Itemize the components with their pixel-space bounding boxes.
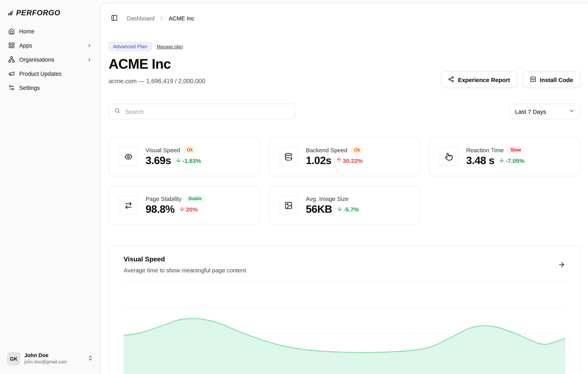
arrow-right-icon: [558, 264, 565, 270]
chevron-right-icon: [87, 43, 92, 48]
metric-label: Reaction Time: [466, 147, 504, 153]
experience-report-button[interactable]: Experience Report: [441, 71, 517, 88]
metric-label: Avg. Image Size: [306, 195, 348, 202]
sidebar-item-label: Apps: [19, 42, 82, 48]
metric-label: Visual Speed: [146, 147, 180, 153]
sidebar-item-home[interactable]: Home: [5, 25, 96, 37]
eye-icon: [119, 147, 138, 166]
arrow-down-icon: [336, 205, 343, 213]
organisations-icon: [8, 56, 15, 63]
breadcrumb-dashboard[interactable]: Dashboard: [127, 15, 155, 21]
toolbar: Last 7 Days: [109, 104, 580, 119]
page-header: Advanced Plan Manage plan ACME Inc acme.…: [109, 42, 580, 85]
user-name: John Doe: [24, 353, 84, 359]
chart-wrap: [124, 281, 565, 374]
sidebar-item-apps[interactable]: Apps: [5, 39, 96, 51]
main-panel: Dashboard ACME Inc Advanced Plan Manage …: [100, 3, 588, 374]
page-title: ACME Inc: [109, 56, 580, 72]
avatar: GK: [7, 352, 21, 365]
date-range-value: Last 7 Days: [515, 108, 546, 115]
topbar: Dashboard ACME Inc: [101, 3, 588, 27]
metric-value: 1.02s: [306, 155, 331, 167]
metric-status-badge: Stable: [185, 195, 205, 202]
arrow-down-icon: [179, 206, 185, 213]
date-range-select[interactable]: Last 7 Days: [510, 104, 580, 119]
metric-body: Reaction Time Slow 3.48 s -7.05%: [466, 146, 525, 167]
sidebar-item-product-updates[interactable]: Product Updates: [5, 67, 96, 80]
sidebar-item-settings[interactable]: Settings: [5, 82, 96, 94]
page-content: Advanced Plan Manage plan ACME Inc acme.…: [101, 27, 588, 374]
code-box-icon: [530, 76, 536, 83]
search-input[interactable]: [124, 108, 290, 115]
metric-label: Page Stability: [146, 195, 181, 202]
sidebar-toggle-button[interactable]: [109, 13, 120, 24]
metric-change: -7.05%: [499, 157, 525, 164]
metric-value: 56KB: [306, 203, 332, 215]
brand-logo: PERFORGO: [5, 5, 96, 25]
sidebar-nav: Home Apps Organisations Product Updates …: [5, 25, 96, 94]
megaphone-icon: [8, 70, 15, 77]
arrow-down-icon: [175, 157, 182, 164]
search-box: [109, 104, 295, 119]
metric-change-text: 20%: [186, 206, 198, 213]
pointer-icon: [440, 147, 458, 166]
visual-speed-chart: [124, 281, 565, 374]
metric-body: Backend Speed Ok 1.02s 30.22%: [306, 146, 363, 167]
chart-title: Visual Speed: [124, 256, 246, 263]
sidebar-item-label: Organisations: [19, 56, 82, 63]
chevrons-up-down-icon: [87, 355, 93, 363]
sidebar-item-organisations[interactable]: Organisations: [5, 53, 96, 65]
metric-change-text: 30.22%: [343, 157, 363, 164]
bars-logo-icon: [8, 10, 14, 16]
metrics-grid: Visual Speed Ok 3.69s -1.63% Backend Spe…: [109, 137, 580, 225]
metric-change: 30.22%: [336, 157, 363, 164]
chevron-right-icon: [87, 57, 92, 62]
share-icon: [448, 76, 454, 83]
sidebar-item-label: Product Updates: [19, 70, 92, 77]
metric-card-avg-image-size: Avg. Image Size 56KB -5.7%: [269, 186, 420, 225]
brand-name: PERFORGO: [16, 9, 60, 17]
metric-card-page-stability: Page Stability Stable 98.8% 20%: [109, 186, 260, 225]
chart-header: Visual Speed Average time to show meanin…: [124, 256, 565, 274]
panel-left-icon: [111, 14, 117, 22]
metric-value: 98.8%: [146, 203, 175, 215]
manage-plan-link[interactable]: Manage plan: [157, 44, 183, 49]
metric-change: -5.7%: [336, 205, 359, 213]
breadcrumb: Dashboard ACME Inc: [127, 15, 194, 21]
metric-card-visual-speed: Visual Speed Ok 3.69s -1.63%: [109, 137, 260, 176]
metric-value: 3.69s: [146, 155, 171, 167]
metric-value: 3.48 s: [466, 155, 494, 167]
visual-speed-section: Visual Speed Average time to show meanin…: [109, 246, 580, 374]
chart-subtitle: Average time to show meaningful page con…: [124, 267, 246, 274]
arrow-up-icon: [336, 157, 342, 164]
database-icon: [279, 147, 298, 166]
breadcrumb-current: ACME Inc: [169, 15, 194, 21]
metric-change: -1.63%: [175, 157, 201, 164]
metric-status-badge: Slow: [507, 146, 524, 153]
install-code-label: Install Code: [540, 76, 573, 83]
user-menu[interactable]: GK John Doe john.doe@gmail.com: [5, 350, 96, 368]
sidebar-item-label: Settings: [19, 85, 92, 91]
metric-change-text: -1.63%: [182, 157, 201, 164]
header-actions: Experience Report Install Code: [441, 71, 580, 88]
chart-detail-link[interactable]: [558, 261, 565, 270]
search-icon: [114, 107, 120, 115]
metric-label: Backend Speed: [306, 147, 347, 153]
sidebar-item-label: Home: [19, 28, 92, 34]
user-email: john.doe@gmail.com: [24, 359, 84, 365]
plan-badge: Advanced Plan: [109, 42, 152, 51]
metric-body: Page Stability Stable 98.8% 20%: [146, 195, 205, 215]
metric-change-text: -5.7%: [343, 206, 359, 213]
experience-report-label: Experience Report: [458, 76, 510, 83]
metric-status-badge: Ok: [184, 146, 196, 153]
install-code-button[interactable]: Install Code: [523, 71, 580, 88]
metric-change: 20%: [179, 206, 198, 213]
metric-change-text: -7.05%: [506, 157, 525, 164]
apps-icon: [8, 42, 15, 49]
user-meta: John Doe john.doe@gmail.com: [24, 353, 84, 365]
metric-card-backend-speed: Backend Speed Ok 1.02s 30.22%: [269, 137, 420, 176]
sidebar: PERFORGO Home Apps Organisations Product…: [0, 0, 100, 374]
metric-body: Avg. Image Size 56KB -5.7%: [306, 195, 359, 215]
plan-row: Advanced Plan Manage plan: [109, 42, 580, 51]
metric-status-badge: Ok: [351, 146, 363, 153]
